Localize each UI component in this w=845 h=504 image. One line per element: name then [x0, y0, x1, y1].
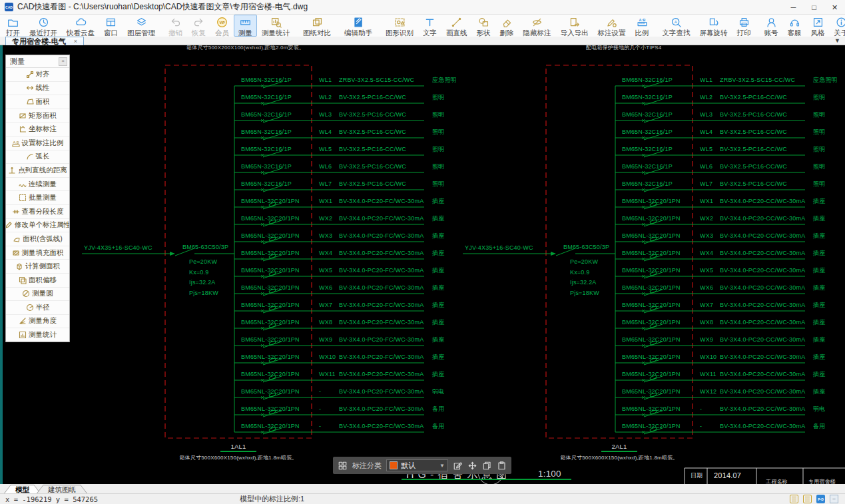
measure-tool-rect-area[interactable]: 矩形面积	[6, 109, 69, 123]
toolbar-measure-stats[interactable]: 测量统计	[257, 15, 294, 37]
collapse-panel-icon[interactable]: –	[830, 495, 838, 503]
measure-tool-label: 设置标注比例	[22, 138, 64, 148]
svg-text:BV-3X4.0-PC20-FC/WC-30mA: BV-3X4.0-PC20-FC/WC-30mA	[339, 319, 423, 326]
toolbar-cloud[interactable]: 快看云盘	[62, 15, 99, 37]
svg-text:WX10: WX10	[319, 354, 336, 360]
measure-tool-area-offset[interactable]: 面积偏移	[6, 274, 69, 288]
drawing-canvas[interactable]: 箱体尺寸500X200X100(wxhxd),距地2.0m安装。配电箱保护接地的…	[0, 45, 845, 484]
annotation-category-dropdown[interactable]: 默认 ▼	[386, 459, 448, 471]
measure-tool-fill-area[interactable]: 测量填充面积	[6, 246, 69, 260]
measure-tool-radius[interactable]: 半径	[6, 301, 69, 315]
toolbar-collapse-icon[interactable]: ▼	[834, 37, 840, 44]
toolbar-screen-rotate[interactable]: 屏幕旋转	[695, 15, 732, 37]
toolbar-hide-annotations[interactable]: 隐藏标注	[519, 15, 556, 37]
distribution-panel-1AL1[interactable]: BM65N-32C16/1PWL1ZRBV-3X2.5-SC15-CC/WC应急…	[82, 65, 457, 461]
doc-gold-icon[interactable]	[790, 495, 798, 503]
svg-text:WX5: WX5	[700, 267, 713, 274]
toolbar-annotation-settings[interactable]: 标注设置	[593, 15, 631, 37]
measure-panel: 测量 × 对齐线性面积矩形面积坐标标注A:B设置标注比例弧长点到直线的距离连续测…	[5, 55, 70, 342]
measure-tool-stats[interactable]: 测量统计	[6, 328, 69, 342]
measure-tool-continuous[interactable]: 连续测量	[6, 178, 69, 192]
svg-text:照明: 照明	[813, 180, 825, 187]
svg-text:插座: 插座	[431, 336, 444, 343]
minimize-button[interactable]: ─	[783, 0, 804, 15]
toolbar-eraser[interactable]: 删除	[495, 15, 519, 37]
measure-tool-label: 修改单个标注属性	[15, 220, 69, 230]
close-button[interactable]: ✕	[824, 0, 845, 15]
layout-tab-sheet[interactable]: 建筑图纸	[37, 485, 87, 493]
document-tabbar: 专用宿舍楼-电气 × ▼	[0, 37, 845, 45]
svg-text:YJV-4X35+16-SC40-WC: YJV-4X35+16-SC40-WC	[84, 244, 152, 251]
tab-close-icon[interactable]: ×	[74, 38, 77, 45]
svg-text:ZRBV-3X2.5-SC15-CC/WC: ZRBV-3X2.5-SC15-CC/WC	[339, 77, 415, 83]
toolbar-print[interactable]: 打印	[732, 15, 756, 37]
measure-tool-area-arc[interactable]: 面积(含弧线)	[6, 232, 69, 246]
document-tab[interactable]: 专用宿舍楼-电气 ×	[5, 37, 84, 45]
measure-tool-batch[interactable]: 批量测量	[6, 191, 69, 205]
toolbar-edit-assistant[interactable]: 编辑助手	[340, 15, 377, 37]
svg-text:插座: 插座	[431, 354, 444, 360]
svg-text:YJV-4X35+16-SC40-WC: YJV-4X35+16-SC40-WC	[465, 244, 533, 251]
edit-annotation-icon[interactable]	[453, 461, 463, 471]
toolbar-recent-clock[interactable]: 最近打开	[25, 15, 62, 37]
move-annotation-icon[interactable]	[467, 461, 477, 471]
toolbar-measure-ruler[interactable]: 测量	[234, 15, 257, 37]
svg-text:WX6: WX6	[319, 284, 332, 291]
toolbar-redo[interactable]: 恢复	[187, 15, 210, 37]
svg-text:WL1: WL1	[319, 77, 332, 83]
svg-text:插座: 插座	[812, 319, 825, 326]
measure-tool-arc-length[interactable]: 弧长	[6, 150, 69, 164]
svg-text:WL6: WL6	[700, 163, 712, 170]
svg-text:照明: 照明	[813, 128, 825, 135]
grid-icon[interactable]	[338, 461, 348, 471]
measure-tool-scale-set[interactable]: A:B设置标注比例	[6, 136, 69, 150]
toolbar-style[interactable]: 风格	[806, 15, 830, 37]
cad-drawing[interactable]: 箱体尺寸500X200X100(wxhxd),距地2.0m安装。配电箱保护接地的…	[0, 45, 845, 484]
layout-tab-label: 模型	[5, 485, 40, 493]
measure-tool-align[interactable]: 对齐	[6, 68, 69, 82]
toolbar-shape-recognition[interactable]: 图形识别	[381, 15, 418, 37]
measure-tool-modify[interactable]: 修改单个标注属性	[6, 219, 69, 233]
svg-text:BM65NL-32C20/1PN: BM65NL-32C20/1PN	[622, 423, 681, 429]
svg-text:WL7: WL7	[319, 180, 332, 187]
toolbar-layers[interactable]: 图层管理	[123, 15, 160, 37]
measure-tool-segment[interactable]: 查看分段长度	[6, 205, 69, 219]
svg-text:插座: 插座	[812, 267, 825, 274]
distribution-panel-2AL1[interactable]: BM65N-32C16/1PWL1ZRBV-3X2.5-SC15-CC/WC应急…	[463, 65, 838, 461]
measure-tool-side-area[interactable]: 计算侧面积	[6, 260, 69, 274]
toolbar-text[interactable]: 文字	[418, 15, 441, 37]
measure-tool-coordinate[interactable]: 坐标标注	[6, 123, 69, 136]
toolbar-drawing-compare[interactable]: 图纸对比	[298, 15, 336, 37]
toolbar-open-folder[interactable]: 打开	[1, 15, 25, 37]
pd-badge-icon[interactable]: P-D	[816, 495, 825, 503]
measure-tool-point-line[interactable]: 点到直线的距离	[6, 164, 69, 178]
toolbar-window[interactable]: 窗口	[99, 15, 123, 37]
measure-tool-label: 查看分段长度	[22, 207, 64, 216]
toolbar-undo[interactable]: 撤销	[164, 15, 187, 37]
measure-tool-linear[interactable]: 线性	[6, 82, 69, 96]
maximize-button[interactable]: □	[804, 0, 824, 15]
toolbar-shapes[interactable]: 形状	[472, 15, 495, 37]
svg-text:专用宿舍楼: 专用宿舍楼	[808, 479, 836, 484]
svg-text:BM65NL-32C20/1PN: BM65NL-32C20/1PN	[622, 250, 681, 256]
toolbar-vip[interactable]: VIP会员	[210, 15, 234, 37]
toolbar-text-search[interactable]: A文字查找	[658, 15, 695, 37]
toolbar-support-headset[interactable]: 客服	[783, 15, 806, 37]
toolbar-draw-line[interactable]: 画直线	[441, 15, 472, 37]
measure-panel-close-icon[interactable]: ×	[59, 57, 67, 66]
measure-tool-area[interactable]: 面积	[6, 95, 69, 109]
svg-text:照明: 照明	[432, 163, 444, 170]
toolbar-about-info[interactable]: 关于	[830, 15, 845, 37]
toolbar-scale-ab[interactable]: A:B比例	[631, 15, 654, 37]
svg-text:照明: 照明	[813, 146, 825, 152]
measure-tool-circle[interactable]: 测量圆	[6, 288, 69, 302]
measure-tool-angle[interactable]: 测量角度	[6, 315, 69, 329]
layout-tab-model[interactable]: 模型	[4, 485, 41, 493]
svg-text:BV-3X4.0-PC20-FC/WC-30mA: BV-3X4.0-PC20-FC/WC-30mA	[339, 198, 423, 204]
export-gold-icon[interactable]	[803, 495, 812, 503]
paste-annotation-icon[interactable]	[497, 461, 507, 471]
measure-panel-header[interactable]: 测量 ×	[6, 55, 69, 68]
copy-annotation-icon[interactable]	[482, 461, 492, 471]
toolbar-account[interactable]: 账号	[760, 15, 783, 37]
toolbar-import-export[interactable]: 导入导出	[556, 15, 593, 37]
